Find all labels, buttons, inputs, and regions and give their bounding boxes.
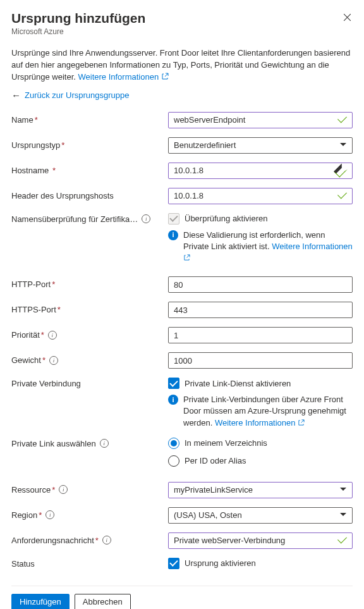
label-request-msg: Anforderungsnachricht*i — [11, 532, 168, 545]
info-icon[interactable]: i — [46, 510, 54, 519]
row-host-header: Header des Ursprungshosts — [11, 188, 353, 204]
panel-header: Ursprung hinzufügen Microsoft Azure — [11, 10, 353, 36]
origin-type-select[interactable] — [168, 137, 353, 154]
radio-in-directory[interactable] — [168, 438, 179, 449]
info-icon[interactable]: i — [100, 439, 109, 448]
status-checkbox[interactable] — [168, 558, 179, 569]
resource-select[interactable] — [168, 482, 353, 498]
private-link-checkbox[interactable] — [168, 378, 179, 389]
info-badge-icon: i — [168, 230, 178, 240]
row-name: Name* — [11, 112, 353, 128]
row-https-port: HTTPS-Port* — [11, 302, 353, 318]
row-pl-select: Private Link auswähleni In meinem Verzei… — [11, 438, 353, 473]
row-weight: Gewicht*i — [11, 352, 353, 369]
cert-info-callout: i Diese Validierung ist erforderlich, we… — [168, 230, 353, 264]
info-icon[interactable]: i — [102, 536, 111, 544]
label-priority: Priorität*i — [11, 327, 168, 340]
priority-input[interactable] — [168, 327, 353, 343]
row-priority: Priorität*i — [11, 327, 353, 343]
radio-in-directory-label: In meinem Verzeichnis — [185, 438, 267, 448]
label-private-link: Private Verbindung — [11, 378, 168, 388]
radio-by-id-label: Per ID oder Alias — [185, 456, 246, 465]
row-hostname: Hostname * — [11, 163, 353, 179]
external-link-icon — [161, 73, 169, 80]
private-link-info-callout: i Private Link-Verbindungen über Azure F… — [168, 394, 353, 429]
back-to-group-link[interactable]: Zurück zur Ursprungsgruppe — [25, 90, 129, 100]
host-header-input[interactable] — [168, 188, 353, 204]
close-icon[interactable] — [343, 13, 353, 23]
radio-by-id[interactable] — [168, 455, 179, 467]
label-region: Region*i — [11, 507, 168, 520]
back-link-row: ← Zurück zur Ursprungsgruppe — [11, 90, 353, 101]
row-status: Status Ursprung aktivieren — [11, 558, 353, 569]
row-cert-check: Namensüberprüfung für Zertifika…i Überpr… — [11, 213, 353, 264]
label-https-port: HTTPS-Port* — [11, 302, 168, 314]
private-link-checkbox-label: Private Link-Dienst aktivieren — [185, 379, 291, 388]
request-msg-input[interactable] — [168, 532, 353, 549]
label-hostname: Hostname * — [11, 163, 168, 175]
add-button[interactable]: Hinzufügen — [11, 594, 70, 609]
hostname-input[interactable] — [168, 163, 353, 179]
intro-text: Ursprünge sind Ihre Anwendungsserver. Fr… — [11, 47, 353, 83]
label-name: Name* — [11, 112, 168, 125]
cert-check-label: Überprüfung aktivieren — [185, 214, 268, 223]
row-private-link: Private Verbindung Private Link-Dienst a… — [11, 378, 353, 429]
info-icon[interactable]: i — [49, 356, 58, 365]
label-status: Status — [11, 558, 168, 569]
row-request-msg: Anforderungsnachricht*i — [11, 532, 353, 549]
label-weight: Gewicht*i — [11, 352, 168, 365]
row-region: Region*i — [11, 507, 353, 524]
https-port-input[interactable] — [168, 302, 353, 318]
region-select[interactable] — [168, 507, 353, 524]
info-icon[interactable]: i — [59, 485, 68, 494]
label-cert-check: Namensüberprüfung für Zertifika…i — [11, 213, 168, 224]
label-pl-select: Private Link auswähleni — [11, 438, 168, 448]
row-resource: Ressource*i — [11, 482, 353, 498]
back-arrow-icon: ← — [11, 90, 21, 101]
cancel-button[interactable]: Abbrechen — [75, 594, 131, 609]
page-subtitle: Microsoft Azure — [11, 27, 353, 36]
info-icon[interactable]: i — [48, 331, 57, 340]
learn-more-link[interactable]: Weitere Informationen — [78, 72, 169, 82]
footer: Hinzufügen Abbrechen — [11, 586, 353, 609]
page-title: Ursprung hinzufügen — [11, 10, 353, 26]
name-input[interactable] — [168, 112, 353, 128]
external-link-icon — [183, 254, 190, 261]
weight-input[interactable] — [168, 352, 353, 369]
info-icon[interactable]: i — [142, 214, 150, 223]
label-http-port: HTTP-Port* — [11, 276, 168, 289]
pl-learn-more-link[interactable]: Weitere Informationen — [215, 418, 305, 428]
info-badge-icon: i — [168, 395, 178, 405]
row-origin-type: Ursprungstyp* — [11, 137, 353, 154]
http-port-input[interactable] — [168, 276, 353, 293]
row-http-port: HTTP-Port* — [11, 276, 353, 293]
label-host-header: Header des Ursprungshosts — [11, 188, 168, 200]
external-link-icon — [298, 419, 305, 426]
label-origin-type: Ursprungstyp* — [11, 137, 168, 150]
label-resource: Ressource*i — [11, 482, 168, 495]
cert-check-checkbox — [168, 213, 179, 225]
status-checkbox-label: Ursprung aktivieren — [185, 558, 256, 568]
